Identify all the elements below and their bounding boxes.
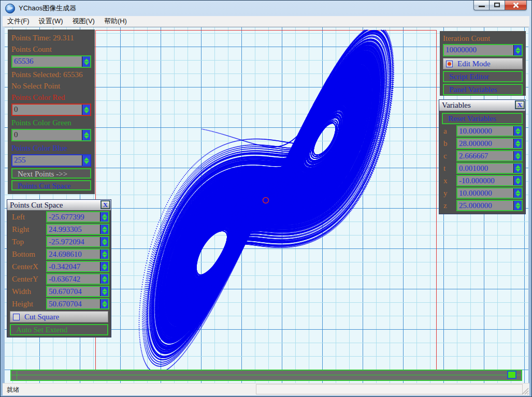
cut-centery-field[interactable]: -0.636742: [46, 273, 109, 285]
triangle-up-icon[interactable]: [84, 107, 89, 110]
cut-top-value[interactable]: -25.972094: [47, 237, 100, 246]
cut-square-row[interactable]: Cut Square: [10, 311, 108, 322]
menu-view[interactable]: 视图(V): [68, 16, 99, 27]
var-z-spinner[interactable]: [513, 201, 522, 210]
var-b-field[interactable]: 28.000000: [456, 138, 523, 149]
points-color-green-spinner[interactable]: [82, 130, 90, 140]
cut-square-checkbox[interactable]: [13, 314, 20, 320]
var-b-spinner[interactable]: [513, 139, 522, 148]
cut-left-field[interactable]: -25.677399: [46, 211, 109, 223]
variables-panel-titlebar[interactable]: Variables X: [439, 100, 525, 111]
minimize-button[interactable]: [473, 1, 490, 10]
points-color-blue-value[interactable]: 255: [12, 155, 82, 166]
iteration-count-spinner[interactable]: [513, 45, 522, 55]
triangle-down-icon[interactable]: [515, 131, 521, 135]
triangle-down-icon[interactable]: [84, 161, 89, 164]
triangle-down-icon[interactable]: [102, 292, 107, 295]
points-color-blue-spinner[interactable]: [82, 155, 90, 166]
menu-file[interactable]: 文件(F): [3, 16, 34, 27]
triangle-down-icon[interactable]: [515, 156, 521, 159]
points-count-spinner[interactable]: [82, 56, 90, 67]
triangle-down-icon[interactable]: [102, 267, 107, 270]
variables-panel-close-button[interactable]: X: [515, 101, 524, 109]
triangle-down-icon[interactable]: [515, 144, 521, 147]
var-a-spinner[interactable]: [513, 126, 522, 136]
triangle-down-icon[interactable]: [102, 242, 107, 245]
cut-bottom-value[interactable]: 24.698610: [47, 249, 100, 259]
cut-right-value[interactable]: 24.993305: [47, 225, 100, 234]
triangle-up-icon[interactable]: [515, 128, 521, 131]
triangle-up-icon[interactable]: [102, 214, 107, 217]
cut-centerx-field[interactable]: -0.342047: [46, 261, 109, 272]
cut-height-value[interactable]: 50.670704: [47, 299, 100, 308]
triangle-down-icon[interactable]: [84, 62, 89, 65]
panel-variables-button[interactable]: Panel Variables: [443, 84, 523, 95]
triangle-up-icon[interactable]: [515, 165, 521, 168]
triangle-up-icon[interactable]: [84, 157, 89, 160]
title-bar[interactable]: YChaos图像生成器: [1, 1, 531, 16]
var-a-field[interactable]: 10.000000: [456, 125, 523, 137]
points-count-value[interactable]: 65536: [12, 56, 82, 67]
triangle-up-icon[interactable]: [102, 263, 107, 267]
var-y-spinner[interactable]: [513, 188, 522, 198]
close-button[interactable]: [505, 1, 527, 10]
triangle-up-icon[interactable]: [102, 226, 107, 229]
edit-mode-radio[interactable]: [446, 61, 453, 67]
var-b-value[interactable]: 28.000000: [457, 139, 513, 148]
triangle-down-icon[interactable]: [515, 169, 521, 172]
points-color-green-field[interactable]: 0: [11, 129, 91, 141]
cut-centery-spinner[interactable]: [100, 274, 108, 284]
triangle-down-icon[interactable]: [515, 51, 521, 54]
var-t-spinner[interactable]: [513, 164, 522, 173]
triangle-up-icon[interactable]: [102, 251, 107, 254]
triangle-up-icon[interactable]: [102, 301, 107, 304]
points-count-field[interactable]: 65536: [11, 55, 91, 68]
reset-variables-button[interactable]: Reset Variables: [442, 113, 523, 124]
scrollbar-handle[interactable]: [507, 371, 516, 379]
triangle-up-icon[interactable]: [515, 140, 521, 143]
triangle-down-icon[interactable]: [84, 110, 89, 113]
var-x-field[interactable]: -10.000000: [456, 175, 523, 186]
triangle-down-icon[interactable]: [515, 206, 521, 209]
var-c-spinner[interactable]: [513, 151, 522, 160]
horizontal-scrollbar[interactable]: [10, 370, 522, 381]
cut-centerx-value[interactable]: -0.342047: [47, 262, 100, 271]
triangle-up-icon[interactable]: [515, 190, 521, 193]
resize-grip-icon[interactable]: [522, 388, 529, 395]
cut-space-panel-titlebar[interactable]: Points Cut Space X: [7, 200, 111, 211]
cut-centerx-spinner[interactable]: [100, 262, 108, 271]
var-y-field[interactable]: 10.000000: [456, 187, 523, 199]
cut-width-spinner[interactable]: [100, 287, 108, 296]
triangle-up-icon[interactable]: [515, 202, 521, 205]
menu-help[interactable]: 帮助(H): [99, 16, 132, 27]
cut-width-field[interactable]: 50.670704: [46, 286, 109, 297]
triangle-up-icon[interactable]: [102, 239, 107, 242]
points-color-red-value[interactable]: 0: [12, 105, 82, 115]
triangle-up-icon[interactable]: [84, 58, 89, 62]
cut-right-field[interactable]: 24.993305: [46, 224, 109, 235]
points-color-green-value[interactable]: 0: [12, 130, 82, 140]
auto-set-extend-button[interactable]: Auto Set Extend: [10, 324, 108, 335]
triangle-up-icon[interactable]: [515, 153, 521, 156]
script-editor-button[interactable]: Script Editor: [443, 71, 523, 82]
cut-centery-value[interactable]: -0.636742: [47, 274, 100, 284]
cut-left-value[interactable]: -25.677399: [47, 212, 100, 222]
points-color-red-spinner[interactable]: [82, 105, 90, 115]
triangle-down-icon[interactable]: [102, 280, 107, 283]
cut-top-field[interactable]: -25.972094: [46, 236, 109, 247]
cut-height-spinner[interactable]: [100, 299, 108, 308]
triangle-down-icon[interactable]: [102, 255, 107, 258]
cut-height-field[interactable]: 50.670704: [46, 298, 109, 310]
triangle-down-icon[interactable]: [102, 304, 107, 307]
var-x-spinner[interactable]: [513, 176, 522, 185]
var-z-field[interactable]: 25.000000: [456, 200, 523, 211]
cut-bottom-field[interactable]: 24.698610: [46, 248, 109, 260]
triangle-down-icon[interactable]: [515, 181, 521, 184]
var-z-value[interactable]: 25.000000: [457, 201, 513, 210]
maximize-button[interactable]: [490, 1, 505, 10]
points-color-red-field[interactable]: 0: [11, 104, 91, 116]
iteration-count-value[interactable]: 10000000: [444, 45, 513, 55]
cut-space-panel-close-button[interactable]: X: [101, 201, 110, 209]
cut-bottom-spinner[interactable]: [100, 249, 108, 259]
cut-top-spinner[interactable]: [100, 237, 108, 246]
